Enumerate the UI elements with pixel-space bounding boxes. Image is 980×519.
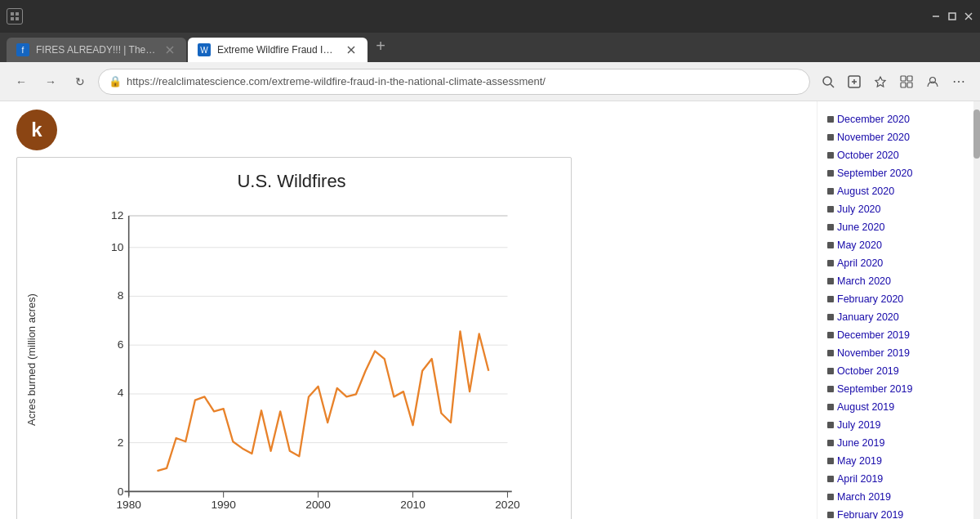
sidebar-bullet-icon	[827, 494, 834, 500]
sidebar-link[interactable]: November 2019	[837, 345, 910, 361]
sidebar-item: December 2020	[827, 111, 970, 128]
sidebar-bullet-icon	[827, 440, 834, 446]
sidebar: December 2020November 2020October 2020Se…	[817, 101, 980, 519]
sidebar-item: September 2019	[827, 381, 970, 397]
sidebar-link[interactable]: April 2020	[837, 255, 883, 271]
tab-wildfire[interactable]: W Extreme Wildfire Fraud In The N...	[188, 38, 368, 62]
tab-close-wildfire[interactable]	[345, 43, 358, 56]
sidebar-link[interactable]: January 2020	[837, 309, 899, 325]
sidebar-item: September 2020	[827, 165, 970, 181]
sidebar-bullet-icon	[827, 152, 834, 159]
sidebar-link[interactable]: August 2020	[837, 183, 894, 199]
svg-text:8: 8	[118, 289, 124, 302]
svg-text:4: 4	[118, 387, 124, 399]
browser-titlebar	[0, 0, 980, 33]
forward-button[interactable]: →	[39, 70, 62, 93]
url-bar[interactable]: 🔒 https://realclimatescience.com/extreme…	[98, 69, 810, 95]
svg-text:6: 6	[118, 338, 124, 351]
sidebar-link[interactable]: March 2020	[837, 273, 891, 289]
sidebar-bullet-icon	[827, 206, 834, 213]
chart-inner: 0 2 4 6 8 10 12 1980 1990 2000 2010 2020	[44, 199, 558, 519]
favorites-icon[interactable]	[869, 70, 892, 93]
window-maximize-button[interactable]	[947, 11, 957, 21]
search-icon[interactable]	[817, 70, 840, 93]
sidebar-item: March 2019	[827, 489, 970, 505]
sidebar-link[interactable]: October 2020	[837, 147, 899, 163]
sidebar-link[interactable]: May 2020	[837, 237, 882, 253]
sidebar-item: April 2019	[827, 471, 970, 487]
sidebar-bullet-icon	[827, 422, 834, 428]
svg-text:1990: 1990	[211, 499, 236, 511]
sidebar-link[interactable]: February 2019	[837, 507, 903, 519]
sidebar-link[interactable]: May 2019	[837, 453, 882, 469]
sidebar-bullet-icon	[827, 260, 834, 266]
sidebar-item: February 2019	[827, 507, 970, 519]
sidebar-link[interactable]: February 2020	[837, 291, 903, 307]
menu-icon[interactable]: ⋯	[947, 70, 970, 93]
svg-text:f: f	[22, 46, 24, 55]
sidebar-link[interactable]: August 2019	[837, 399, 894, 415]
svg-text:2: 2	[118, 436, 124, 449]
svg-text:0: 0	[118, 485, 124, 498]
collections-icon[interactable]	[895, 70, 918, 93]
sidebar-link[interactable]: December 2019	[837, 327, 910, 343]
sidebar-item: October 2020	[827, 147, 970, 163]
sidebar-item: April 2020	[827, 255, 970, 271]
sidebar-item: January 2020	[827, 309, 970, 325]
sidebar-link[interactable]: December 2020	[837, 111, 910, 128]
svg-text:2010: 2010	[400, 499, 425, 511]
sidebar-link[interactable]: September 2020	[837, 165, 912, 181]
sidebar-link[interactable]: April 2019	[837, 471, 883, 487]
sidebar-item: March 2020	[827, 273, 970, 289]
sidebar-link[interactable]: November 2020	[837, 129, 910, 145]
tab-close-fires[interactable]	[163, 43, 176, 56]
sidebar-item: August 2019	[827, 399, 970, 415]
extensions-icon[interactable]	[843, 70, 866, 93]
window-close-button[interactable]	[964, 11, 973, 21]
tab-favicon-fires: f	[16, 43, 29, 56]
sidebar-item: February 2020	[827, 291, 970, 307]
chart-title: U.S. Wildfires	[25, 171, 558, 192]
sidebar-bullet-icon	[827, 188, 834, 195]
scrollbar[interactable]	[973, 101, 980, 519]
tab-label-fires: FIRES ALREADY!!! | The Campfire	[36, 44, 157, 56]
sidebar-link[interactable]: March 2019	[837, 489, 891, 505]
sidebar-item: October 2019	[827, 363, 970, 379]
scrollbar-thumb[interactable]	[973, 110, 980, 159]
lock-icon: 🔒	[109, 75, 122, 87]
svg-text:W: W	[200, 46, 208, 55]
sidebar-item: November 2019	[827, 345, 970, 361]
tab-bar: f FIRES ALREADY!!! | The Campfire W Extr…	[0, 33, 980, 62]
sidebar-link[interactable]: July 2019	[837, 417, 881, 433]
sidebar-item: July 2020	[827, 201, 970, 217]
sidebar-bullet-icon	[827, 350, 834, 356]
sidebar-item: May 2019	[827, 453, 970, 469]
sidebar-bullet-icon	[827, 116, 834, 123]
new-tab-button[interactable]: +	[369, 36, 392, 59]
sidebar-link[interactable]: June 2019	[837, 435, 884, 451]
tab-fires[interactable]: f FIRES ALREADY!!! | The Campfire	[7, 38, 186, 62]
window-minimize-button[interactable]	[931, 11, 941, 21]
profile-icon[interactable]	[921, 70, 944, 93]
main-content: k U.S. Wildfires Acres burned (million a…	[0, 101, 817, 519]
refresh-button[interactable]: ↻	[69, 70, 91, 93]
sidebar-link[interactable]: September 2019	[837, 381, 912, 397]
url-text: https://realclimatescience.com/extreme-w…	[127, 75, 800, 87]
svg-text:12: 12	[111, 209, 123, 221]
svg-rect-23	[907, 83, 912, 87]
chart-container: U.S. Wildfires Acres burned (million acr…	[16, 157, 572, 519]
wildfire-chart-svg: 0 2 4 6 8 10 12 1980 1990 2000 2010 2020	[44, 199, 558, 517]
sidebar-link[interactable]: October 2019	[837, 363, 899, 379]
system-icon	[7, 8, 23, 25]
sidebar-bullet-icon	[827, 476, 834, 482]
address-bar: ← → ↻ 🔒 https://realclimatescience.com/e…	[0, 62, 980, 101]
svg-text:10: 10	[111, 241, 124, 253]
sidebar-item: July 2019	[827, 417, 970, 433]
sidebar-item: December 2019	[827, 327, 970, 343]
back-button[interactable]: ←	[10, 70, 33, 93]
sidebar-bullet-icon	[827, 314, 834, 320]
svg-rect-20	[901, 76, 906, 81]
sidebar-bullet-icon	[827, 296, 834, 302]
sidebar-link[interactable]: July 2020	[837, 201, 881, 217]
sidebar-link[interactable]: June 2020	[837, 219, 884, 235]
